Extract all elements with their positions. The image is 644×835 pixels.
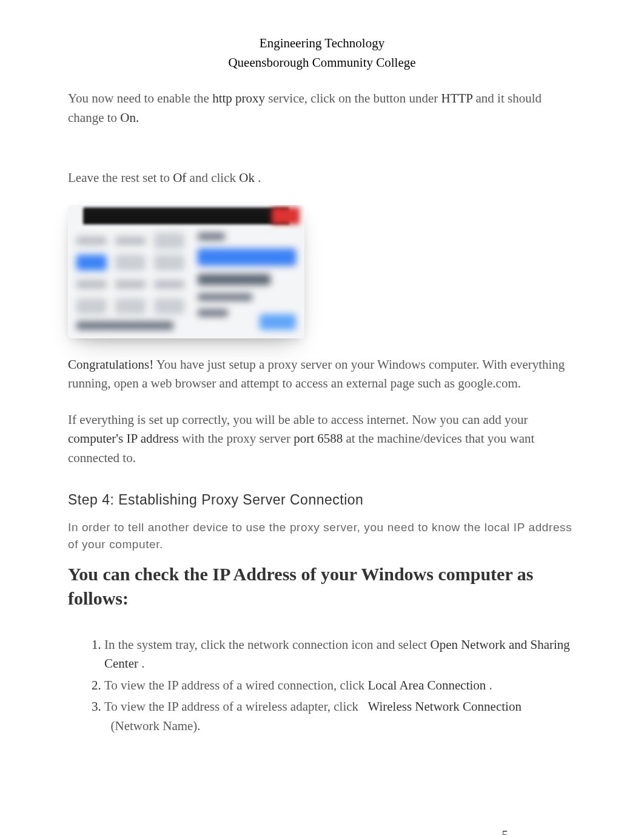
paragraph-leave-rest: Leave the rest set to Of and click Ok . xyxy=(68,169,576,188)
text-http-proxy: http proxy xyxy=(212,91,265,106)
step-subheading: You can check the IP Address of your Win… xyxy=(68,562,576,611)
paragraph-congrats: Congratulations! You have just setup a p… xyxy=(68,355,576,394)
text: (Network Name). xyxy=(111,719,201,733)
text-on: On. xyxy=(120,110,139,125)
text: Leave the rest set to xyxy=(68,170,173,185)
text-http-label: HTTP xyxy=(441,91,473,106)
paragraph-enable-proxy: You now need to enable the http proxy se… xyxy=(68,89,576,127)
text: service, click on the button under xyxy=(268,91,441,106)
text: . xyxy=(258,170,261,185)
screenshot-placeholder xyxy=(68,205,304,338)
text-of: Of xyxy=(173,170,186,185)
text-local-area: Local Area Connection xyxy=(368,678,486,692)
paragraph-ip-port: If everything is set up correctly, you w… xyxy=(68,411,576,468)
header-line1: Engineering Technology xyxy=(68,34,576,53)
text: . xyxy=(489,678,492,692)
header-line2: Queensborough Community College xyxy=(68,53,576,73)
text: If everything is set up correctly, you w… xyxy=(68,412,528,427)
document-header: Engineering Technology Queensborough Com… xyxy=(68,34,576,72)
text: . xyxy=(141,656,144,671)
text: You now need to enable the xyxy=(68,91,212,106)
text-port: port 6588 xyxy=(293,431,343,446)
text-ok: Ok xyxy=(239,170,255,185)
text: To view the IP address of a wired connec… xyxy=(104,678,368,692)
page-number: 5 xyxy=(502,826,509,836)
text-computer-ip: computer's IP address xyxy=(68,431,179,446)
text: To view the IP address of a wireless ada… xyxy=(104,699,358,714)
step-heading: Step 4: Establishing Proxy Server Connec… xyxy=(68,489,576,511)
text-congrats: Congratulations! xyxy=(68,357,153,372)
instruction-list: In the system tray, click the network co… xyxy=(68,635,576,736)
text: and click xyxy=(190,170,240,185)
text: with the proxy server xyxy=(182,431,293,446)
text-wireless-network: Wireless Network Connection xyxy=(367,699,521,714)
text: In the system tray, click the network co… xyxy=(104,637,430,652)
list-item: To view the IP address of a wired connec… xyxy=(104,676,576,696)
list-item: In the system tray, click the network co… xyxy=(104,635,576,674)
list-item: To view the IP address of a wireless ada… xyxy=(104,697,576,736)
step-intro: In order to tell another device to use t… xyxy=(68,519,576,554)
